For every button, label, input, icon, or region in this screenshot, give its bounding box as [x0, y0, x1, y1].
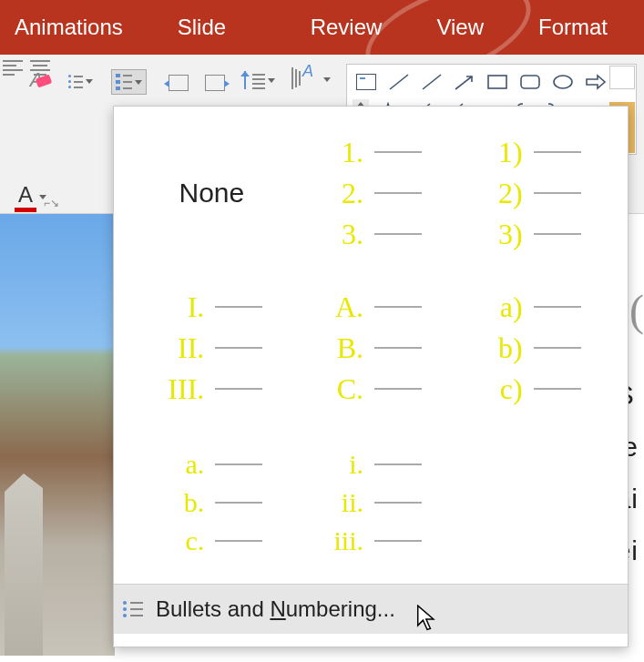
numbering-option-lower-alpha-dot[interactable]: a. b. c.	[132, 425, 291, 580]
shape-arrow-right[interactable]	[582, 70, 609, 94]
dialog-launcher-font[interactable]: ⌐↘	[44, 197, 59, 209]
tab-view[interactable]: View	[409, 0, 511, 55]
tab-review[interactable]: Review	[283, 0, 410, 55]
svg-line-2	[455, 76, 472, 89]
shape-line[interactable]	[385, 70, 413, 94]
shape-rect[interactable]	[484, 70, 511, 94]
bullets-split-button[interactable]	[68, 75, 93, 88]
line-spacing-icon	[241, 71, 265, 89]
numbering-option-upper-alpha[interactable]: A. B. C.	[291, 270, 451, 425]
font-color-button[interactable]: A	[15, 182, 46, 212]
svg-line-0	[390, 75, 408, 89]
chevron-down-icon	[268, 78, 275, 83]
increase-indent-button[interactable]	[205, 75, 225, 91]
decrease-indent-button[interactable]	[169, 75, 189, 91]
numbering-option-lower-alpha-paren[interactable]: a) b) c)	[450, 270, 609, 425]
bullets-icon	[68, 75, 83, 88]
chevron-down-icon	[323, 77, 331, 82]
numbering-option-decimal-dot[interactable]: 1. 2. 3.	[291, 116, 451, 270]
shape-fill-button[interactable]	[609, 66, 635, 89]
text-direction-icon	[290, 64, 321, 95]
indent-icon	[205, 75, 225, 91]
svg-point-5	[554, 76, 572, 88]
font-color-icon: A	[18, 182, 33, 208]
none-label: None	[179, 178, 244, 209]
numbering-dropdown: None 1. 2. 3. 1) 2) 3) I. II. III. A. B.…	[113, 106, 629, 647]
svg-rect-3	[488, 76, 506, 88]
clear-formatting-button[interactable]: A	[20, 64, 53, 97]
shape-line[interactable]	[418, 70, 445, 94]
numbering-icon	[116, 74, 132, 90]
numbering-split-button[interactable]	[111, 69, 147, 95]
bullets-and-numbering-label: Bullets and Numbering...	[156, 596, 395, 622]
tab-slide-show[interactable]: Slide Show	[150, 0, 283, 55]
shape-textbox[interactable]	[353, 70, 380, 94]
numbering-option-decimal-paren[interactable]: 1) 2) 3)	[450, 116, 609, 270]
chevron-down-icon	[86, 79, 93, 84]
numbering-option-none[interactable]: None	[132, 116, 291, 270]
tab-format[interactable]: Format	[511, 0, 635, 55]
numbering-option-lower-roman[interactable]: i. ii. iii.	[291, 425, 451, 580]
outdent-icon	[169, 75, 189, 91]
chevron-down-icon	[135, 80, 142, 85]
svg-line-1	[423, 75, 441, 89]
line-spacing-button[interactable]	[241, 71, 275, 89]
svg-rect-4	[521, 76, 539, 88]
ribbon-tabs: Animations Slide Show Review View Format	[0, 0, 644, 55]
numbering-grid: None 1. 2. 3. 1) 2) 3) I. II. III. A. B.…	[114, 107, 628, 584]
shape-arrow[interactable]	[451, 70, 478, 94]
text-fragment: (	[629, 285, 644, 335]
shape-rounded-rect[interactable]	[516, 70, 544, 94]
slide-thumbnail[interactable]	[0, 214, 115, 656]
numbering-option-upper-roman[interactable]: I. II. III.	[132, 270, 291, 425]
tab-animations[interactable]: Animations	[9, 0, 150, 55]
font-color-swatch	[15, 208, 36, 212]
text-direction-button[interactable]	[290, 64, 331, 95]
shape-oval[interactable]	[549, 70, 577, 94]
numbering-option-empty	[450, 425, 609, 580]
list-icon	[123, 601, 143, 617]
bullets-and-numbering-item[interactable]: Bullets and Numbering...	[114, 584, 628, 634]
